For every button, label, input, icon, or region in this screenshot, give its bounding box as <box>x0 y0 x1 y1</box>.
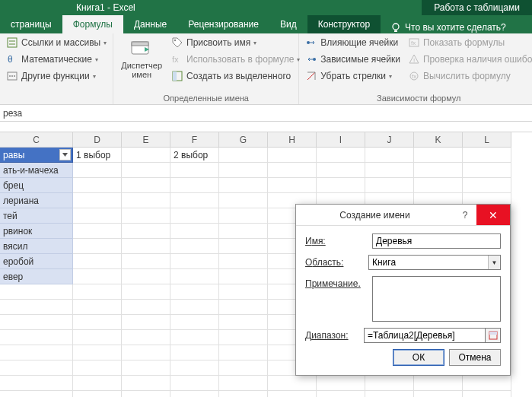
cell[interactable] <box>463 178 511 193</box>
cell[interactable] <box>73 376 122 391</box>
colhdr-h[interactable]: H <box>268 132 317 148</box>
cell[interactable] <box>463 376 511 391</box>
select-scope[interactable] <box>368 255 501 270</box>
cell[interactable] <box>317 391 365 397</box>
tab-table-design[interactable]: Конструктор <box>307 15 381 33</box>
cell[interactable] <box>268 163 317 178</box>
cell[interactable] <box>170 178 219 193</box>
cell[interactable] <box>365 178 414 193</box>
cell[interactable] <box>0 330 73 345</box>
cell[interactable] <box>414 163 463 178</box>
cell[interactable] <box>219 284 268 300</box>
cell[interactable] <box>122 254 170 269</box>
btn-use-in-formula[interactable]: fx Использовать в формуле▾ <box>168 52 303 67</box>
cell[interactable] <box>365 376 414 391</box>
btn-trace-dependents[interactable]: Зависимые ячейки <box>302 52 403 67</box>
cell[interactable] <box>0 360 73 376</box>
cell[interactable] <box>414 178 463 193</box>
cell[interactable] <box>414 376 463 391</box>
cell[interactable] <box>170 391 219 397</box>
btn-create-from-selection[interactable]: Создать из выделенного <box>168 68 303 84</box>
cell[interactable] <box>170 254 219 269</box>
filter-button[interactable] <box>59 149 71 160</box>
cell[interactable] <box>219 269 268 284</box>
cell[interactable] <box>122 148 170 163</box>
cell[interactable] <box>268 376 317 391</box>
cell[interactable]: евер <box>0 269 73 284</box>
cell[interactable] <box>170 315 219 330</box>
cell[interactable] <box>73 315 122 330</box>
cell[interactable] <box>73 254 122 269</box>
cell[interactable] <box>122 300 170 315</box>
cancel-button[interactable]: Отмена <box>449 349 501 366</box>
tab-formulas[interactable]: Формулы <box>62 15 123 33</box>
cell[interactable]: лериана <box>0 193 73 208</box>
cell[interactable]: еробой <box>0 254 73 269</box>
cell[interactable] <box>122 315 170 330</box>
cell[interactable]: вясил <box>0 239 73 254</box>
cell[interactable] <box>170 193 219 208</box>
cell[interactable] <box>170 269 219 284</box>
colhdr-k[interactable]: K <box>414 132 463 148</box>
cell[interactable] <box>122 391 170 397</box>
cell[interactable] <box>73 193 122 208</box>
cell[interactable] <box>219 391 268 397</box>
cell[interactable] <box>170 376 219 391</box>
cell[interactable] <box>170 345 219 360</box>
cell[interactable] <box>122 163 170 178</box>
cell[interactable] <box>73 391 122 397</box>
cell[interactable] <box>73 330 122 345</box>
btn-error-checking[interactable]: ! Проверка наличия ошибо <box>405 52 532 67</box>
input-range[interactable] <box>364 328 486 343</box>
cell[interactable] <box>0 284 73 300</box>
btn-math-trig[interactable]: θ Математические▾ <box>3 52 110 67</box>
range-picker-button[interactable] <box>486 328 501 343</box>
cell[interactable] <box>122 269 170 284</box>
cell[interactable] <box>0 391 73 397</box>
cell[interactable] <box>122 178 170 193</box>
cell[interactable]: тей <box>0 208 73 224</box>
cell[interactable] <box>414 148 463 163</box>
cell[interactable] <box>122 360 170 376</box>
cell[interactable] <box>0 376 73 391</box>
cell[interactable] <box>219 300 268 315</box>
ok-button[interactable]: ОК <box>393 349 444 366</box>
cell[interactable] <box>170 300 219 315</box>
dialog-close-button[interactable]: ✕ <box>476 205 510 225</box>
cell[interactable] <box>170 284 219 300</box>
cell[interactable] <box>122 376 170 391</box>
colhdr-g[interactable]: G <box>219 132 268 148</box>
colhdr-c[interactable]: C <box>0 132 73 148</box>
cell[interactable] <box>268 391 317 397</box>
btn-define-name[interactable]: Присвоить имя▾ <box>168 35 303 50</box>
name-box[interactable]: реза <box>3 108 22 119</box>
cell[interactable] <box>73 284 122 300</box>
input-name[interactable] <box>372 233 501 249</box>
tab-page-layout[interactable]: страницы <box>0 15 62 33</box>
cell[interactable] <box>463 148 511 163</box>
cell[interactable] <box>219 208 268 224</box>
cell[interactable] <box>219 360 268 376</box>
btn-remove-arrows[interactable]: Убрать стрелки▾ <box>302 68 403 84</box>
cell[interactable]: рвинок <box>0 224 73 239</box>
btn-trace-precedents[interactable]: Влияющие ячейки <box>302 35 403 50</box>
textarea-comment[interactable] <box>372 276 501 322</box>
cell[interactable] <box>463 391 511 397</box>
cell[interactable] <box>317 148 365 163</box>
tab-data[interactable]: Данные <box>123 15 177 33</box>
cell[interactable] <box>219 163 268 178</box>
cell[interactable] <box>219 224 268 239</box>
cell[interactable] <box>219 330 268 345</box>
tell-me-search[interactable]: Что вы хотите сделать? <box>390 21 506 33</box>
cell[interactable] <box>463 163 511 178</box>
cell[interactable] <box>219 376 268 391</box>
cell[interactable] <box>73 300 122 315</box>
cell[interactable] <box>317 163 365 178</box>
cell[interactable] <box>219 178 268 193</box>
colhdr-j[interactable]: J <box>365 132 414 148</box>
cell[interactable]: 2 выбор <box>170 148 219 163</box>
cell[interactable] <box>73 269 122 284</box>
cell[interactable] <box>73 239 122 254</box>
dialog-help-button[interactable]: ? <box>454 210 476 221</box>
cell[interactable] <box>317 178 365 193</box>
